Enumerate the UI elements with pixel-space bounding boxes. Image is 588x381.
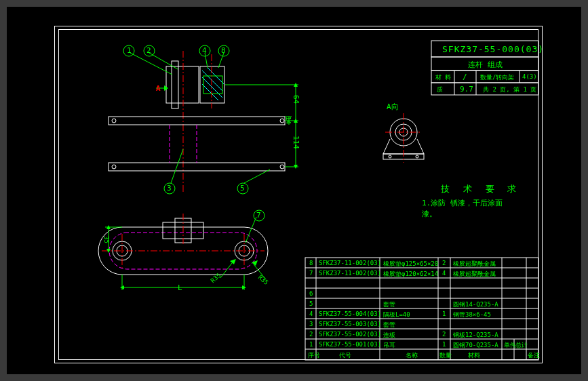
- svg-point-21: [112, 165, 116, 169]
- bom-h-mat: 材料: [468, 351, 480, 360]
- bom-r3-name: 套管: [383, 321, 395, 329]
- dim-35: 35: [103, 236, 110, 243]
- svg-line-65: [220, 263, 232, 278]
- bom-r2-mat: 钢板12-Q235-A: [453, 331, 498, 340]
- front-view: [88, 47, 305, 203]
- dim-L: L: [178, 283, 182, 292]
- bom-r4-mat: 钢管38×6-45: [453, 310, 491, 319]
- balloon-3: 3: [167, 184, 172, 193]
- bom-r1-mat: 圆钢70-Q235-A: [453, 341, 498, 350]
- bom-r3-code: SFKZ37-55-003(03): [319, 321, 381, 327]
- svg-line-12: [202, 84, 218, 100]
- bom-r7-no: 7: [309, 270, 313, 277]
- svg-rect-18: [109, 163, 285, 171]
- bom-h-total: 总计: [515, 341, 528, 350]
- bom-r8-no: 8: [309, 260, 313, 266]
- drawing-number: SFKZ37-55-000(03): [442, 44, 544, 54]
- material-label: 材 料: [435, 73, 451, 82]
- tech-req-line1: 1.涂防 锈漆，干后涂面: [422, 198, 503, 208]
- bom-h-note: 备注: [528, 351, 540, 360]
- bom-r4-qty: 1: [442, 310, 446, 317]
- balloon-4: 4: [202, 46, 207, 55]
- mass-label: 质: [437, 85, 443, 94]
- bom-r4-no: 4: [309, 310, 313, 317]
- material-value: /: [463, 73, 467, 81]
- mass-value: 9.7: [460, 85, 473, 94]
- svg-rect-17: [109, 117, 285, 125]
- bom-r5-no: 5: [309, 300, 313, 307]
- bom-h-name: 名称: [406, 351, 418, 360]
- section-a-label: A: [156, 84, 161, 93]
- svg-point-20: [280, 119, 284, 123]
- bom-h-no: 序号: [308, 351, 320, 360]
- dim-114: 114: [292, 136, 300, 149]
- qty-label: 数量/转向架: [480, 73, 514, 82]
- bom-h-unit: 单件: [504, 341, 516, 350]
- svg-line-31: [244, 169, 270, 183]
- dim-14: 14: [285, 117, 292, 124]
- bom-h-qty: 数量: [439, 351, 452, 360]
- svg-point-53: [389, 155, 391, 158]
- bom-r1-no: 1: [309, 341, 313, 348]
- bom-r8-mat: 橡胶超聚酰金属: [453, 260, 496, 268]
- tech-req-line2: 漆。: [422, 209, 437, 219]
- svg-line-30: [171, 149, 183, 183]
- bom-r2-no: 2: [309, 331, 313, 338]
- plan-view: [88, 210, 292, 298]
- bom-r5-name: 套管: [383, 300, 395, 309]
- bom-r5-mat: 圆钢14-Q235-A: [453, 300, 498, 309]
- bom-r8-qty: 2: [442, 260, 446, 266]
- view-a-label: A向: [387, 102, 399, 112]
- bom-r4-name: 隔板L=40: [383, 310, 410, 319]
- dim-64: 64: [292, 95, 300, 104]
- bom-r8-code: SFKZ37-11-002(03): [319, 260, 381, 266]
- bom-r1-qty: 1: [442, 341, 446, 348]
- drawing-title: 连杆 组成: [468, 60, 503, 70]
- svg-rect-7: [166, 66, 199, 103]
- bom-r7-name: 橡胶垫φ120×62×14: [383, 270, 438, 279]
- bom-r7-mat: 橡胶超聚酰金属: [453, 270, 496, 279]
- bom-r1-code: SFKZ37-55-001(03): [319, 341, 381, 348]
- bom-r6-no: 6: [309, 290, 313, 297]
- bom-r2-code: SFKZ37-55-002(03): [319, 331, 381, 338]
- bom-r7-code: SFKZ37-11-002(03): [319, 270, 381, 277]
- qty-value: 4(3): [522, 73, 537, 80]
- balloon-1: 1: [127, 46, 132, 55]
- balloon-7: 7: [256, 211, 261, 220]
- svg-rect-8: [172, 61, 178, 108]
- svg-point-54: [416, 155, 418, 158]
- svg-marker-66: [230, 259, 236, 264]
- bom-h-code: 代号: [339, 351, 351, 360]
- bom-r2-qty: 2: [442, 331, 446, 338]
- bom-r2-name: 连板: [383, 331, 395, 340]
- svg-rect-14: [203, 76, 222, 94]
- cad-canvas[interactable]: SFKZ37-55-000(03) 连杆 组成 材 料 / 数量/转向架 4(3…: [7, 7, 581, 374]
- balloon-5: 5: [240, 184, 245, 193]
- balloons-top: [122, 44, 244, 58]
- bom-r7-qty: 4: [442, 270, 446, 277]
- svg-point-19: [112, 119, 116, 123]
- balloon-2: 2: [146, 46, 151, 55]
- bom-r4-code: SFKZ37-55-004(03): [319, 310, 381, 317]
- svg-marker-68: [252, 260, 258, 266]
- bom-r8-name: 橡胶垫φ125×65×20: [383, 260, 438, 268]
- bom-r1-name: 吊耳: [383, 341, 395, 350]
- balloon-8: 8: [221, 46, 226, 55]
- bom-r3-no: 3: [309, 321, 313, 327]
- tech-req-heading: 技 术 要 求: [441, 183, 520, 195]
- svg-point-22: [280, 165, 284, 169]
- page-info: 共 2 页, 第 1 页: [483, 85, 536, 94]
- view-a: [373, 112, 437, 166]
